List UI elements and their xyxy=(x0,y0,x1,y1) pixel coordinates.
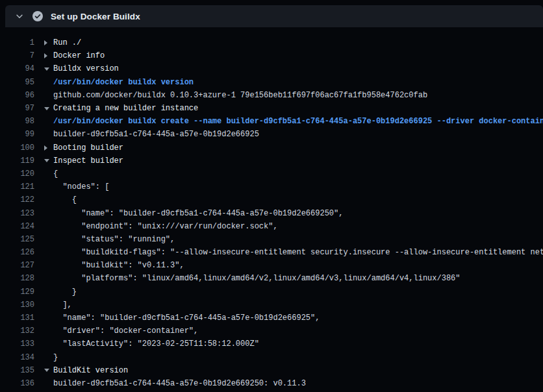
log-line[interactable]: 119 Inspect builder xyxy=(0,154,543,167)
log-text: { xyxy=(53,195,77,204)
line-number[interactable]: 119 xyxy=(0,156,34,165)
log-line: 131 "name": "builder-d9cfb5a1-c764-445a-… xyxy=(0,312,543,325)
log-line: 126 "buildkitd-flags": "--allow-insecure… xyxy=(0,246,543,259)
log-viewer: 1 Run ./ 7 Docker info 94 Buildx version… xyxy=(0,27,543,390)
line-number[interactable]: 127 xyxy=(0,261,34,270)
triangle-down-icon[interactable] xyxy=(44,67,53,71)
step-title: Set up Docker Buildx xyxy=(51,12,140,21)
log-line: 128 "platforms": "linux/amd64,linux/amd6… xyxy=(0,272,543,285)
line-number[interactable]: 126 xyxy=(0,248,34,257)
log-text: "nodes": [ xyxy=(53,182,109,191)
log-line[interactable]: 94 Buildx version xyxy=(0,62,543,75)
log-line: 129 } xyxy=(0,286,543,299)
line-number[interactable]: 132 xyxy=(0,326,34,336)
log-line[interactable]: 1 Run ./ xyxy=(0,36,543,49)
log-text: /usr/bin/docker buildx create --name bui… xyxy=(53,117,543,126)
line-number[interactable]: 122 xyxy=(0,195,34,204)
line-number[interactable]: 121 xyxy=(0,182,34,191)
line-number[interactable]: 96 xyxy=(0,91,34,100)
log-text: "driver": "docker-container", xyxy=(53,326,198,336)
log-text: Docker info xyxy=(53,51,105,60)
log-line: 124 "endpoint": "unix:///var/run/docker.… xyxy=(0,220,543,233)
line-number[interactable]: 130 xyxy=(0,300,34,310)
triangle-right-icon[interactable] xyxy=(44,53,53,58)
log-line: 136 builder-d9cfb5a1-c764-445a-a57e-0b19… xyxy=(0,377,543,390)
line-number[interactable]: 134 xyxy=(0,353,34,362)
log-text: Buildx version xyxy=(53,64,119,73)
log-text: } xyxy=(53,288,77,297)
line-number[interactable]: 135 xyxy=(0,366,34,375)
log-line[interactable]: 135 BuildKit version xyxy=(0,364,543,377)
log-text: Booting builder xyxy=(53,143,123,153)
line-number[interactable]: 120 xyxy=(0,169,34,178)
chevron-down-icon[interactable] xyxy=(15,12,24,21)
triangle-right-icon[interactable] xyxy=(44,145,53,151)
log-line: 132 "driver": "docker-container", xyxy=(0,325,543,337)
log-line: 123 "name": "builder-d9cfb5a1-c764-445a-… xyxy=(0,206,543,219)
triangle-down-icon[interactable] xyxy=(44,369,53,372)
line-number[interactable]: 124 xyxy=(0,222,34,231)
log-line: 133 "lastActivity": "2023-02-25T11:58:12… xyxy=(0,337,543,350)
line-number[interactable]: 1 xyxy=(0,38,34,47)
log-line: 121 "nodes": [ xyxy=(0,180,543,193)
log-line: 98 /usr/bin/docker buildx create --name … xyxy=(0,115,543,128)
log-text: /usr/bin/docker buildx version xyxy=(53,78,194,87)
line-number[interactable]: 125 xyxy=(0,235,34,244)
log-line: 95 /usr/bin/docker buildx version xyxy=(0,76,543,89)
step-header[interactable]: Set up Docker Buildx xyxy=(5,5,543,27)
line-number[interactable]: 123 xyxy=(0,209,34,218)
log-text: } xyxy=(53,353,58,362)
log-text: github.com/docker/buildx 0.10.3+azure-1 … xyxy=(53,91,427,100)
log-text: Inspect builder xyxy=(53,156,123,165)
log-text: "status": "running", xyxy=(53,235,175,244)
log-text: "buildkit": "v0.11.3", xyxy=(53,261,184,270)
log-line: 120 { xyxy=(0,167,543,180)
check-circle-icon xyxy=(32,11,43,21)
log-text: "lastActivity": "2023-02-25T11:58:12.000… xyxy=(53,339,259,349)
log-line: 125 "status": "running", xyxy=(0,233,543,246)
log-text: ], xyxy=(53,300,72,310)
log-text: builder-d9cfb5a1-c764-445a-a57e-0b19d2e6… xyxy=(53,379,306,388)
log-line: 96 github.com/docker/buildx 0.10.3+azure… xyxy=(0,89,543,102)
log-line: 99 builder-d9cfb5a1-c764-445a-a57e-0b19d… xyxy=(0,128,543,141)
triangle-down-icon[interactable] xyxy=(44,107,53,110)
log-line: 130 ], xyxy=(0,299,543,312)
log-line: 127 "buildkit": "v0.11.3", xyxy=(0,259,543,272)
log-text: Run ./ xyxy=(53,38,81,47)
line-number[interactable]: 100 xyxy=(0,143,34,153)
log-line[interactable]: 97 Creating a new builder instance xyxy=(0,102,543,115)
line-number[interactable]: 98 xyxy=(0,117,34,126)
log-line[interactable]: 7 Docker info xyxy=(0,49,543,62)
log-text: "name": "builder-d9cfb5a1-c764-445a-a57e… xyxy=(53,209,343,218)
line-number[interactable]: 94 xyxy=(0,64,34,73)
log-text: builder-d9cfb5a1-c764-445a-a57e-0b19d2e6… xyxy=(53,130,259,139)
triangle-right-icon[interactable] xyxy=(44,40,53,45)
line-number[interactable]: 7 xyxy=(0,51,34,60)
log-text: "endpoint": "unix:///var/run/docker.sock… xyxy=(53,222,278,231)
line-number[interactable]: 97 xyxy=(0,104,34,113)
log-text: { xyxy=(53,169,58,178)
line-number[interactable]: 95 xyxy=(0,78,34,87)
log-line[interactable]: 100 Booting builder xyxy=(0,141,543,154)
line-number[interactable]: 128 xyxy=(0,274,34,283)
log-line: 134 } xyxy=(0,351,543,364)
log-text: Creating a new builder instance xyxy=(53,104,198,113)
log-text: "platforms": "linux/amd64,linux/amd64/v2… xyxy=(53,274,461,283)
line-number[interactable]: 131 xyxy=(0,313,34,323)
log-line: 122 { xyxy=(0,193,543,206)
log-text: "name": "builder-d9cfb5a1-c764-445a-a57e… xyxy=(53,313,320,323)
line-number[interactable]: 136 xyxy=(0,379,34,388)
log-text: BuildKit version xyxy=(53,366,128,375)
line-number[interactable]: 99 xyxy=(0,130,34,139)
triangle-down-icon[interactable] xyxy=(44,159,53,162)
line-number[interactable]: 129 xyxy=(0,288,34,297)
log-text: "buildkitd-flags": "--allow-insecure-ent… xyxy=(53,248,543,257)
line-number[interactable]: 133 xyxy=(0,339,34,349)
